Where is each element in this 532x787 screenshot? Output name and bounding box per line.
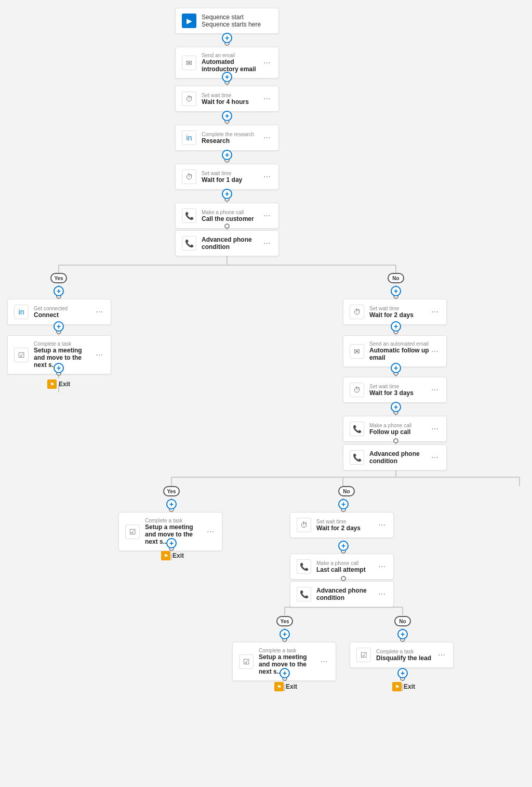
yes-badge-3: Yes: [276, 616, 293, 626]
auto-follow-email-text: Send an automated email Automatic follow…: [369, 341, 430, 361]
add-after-wait-2d-2[interactable]: +: [338, 541, 349, 551]
flow-canvas: ▶ Sequence start Sequence starts here + …: [0, 0, 532, 787]
wait-2d-1-more[interactable]: ⋯: [430, 307, 440, 317]
exit-1-icon: ⚑: [47, 379, 57, 389]
wait-3d-node: ⏱ Set wait time Wait for 3 days ⋯: [343, 377, 447, 403]
add-after-setup-1[interactable]: +: [54, 363, 64, 373]
wait-1d-label: Set wait time: [202, 170, 262, 176]
add-yes-branch-3[interactable]: +: [280, 629, 290, 639]
phone-condition-2-more[interactable]: ⋯: [430, 452, 440, 463]
setup-meeting-2-label: Complete a task: [145, 518, 205, 523]
phone-condition-2-icon: 📞: [350, 450, 364, 465]
last-call-label: Make a phone call: [316, 560, 377, 566]
exit-2-icon: ⚑: [161, 551, 170, 560]
wait-2d-2-more[interactable]: ⋯: [377, 520, 387, 530]
exit-1-node: ⚑ Exit: [47, 379, 70, 389]
last-call-icon: 📞: [297, 559, 311, 574]
phone-condition-1-more[interactable]: ⋯: [262, 238, 272, 248]
auto-follow-email-icon: ✉: [350, 344, 364, 359]
wait-4h-node: ⏱ Set wait time Wait for 4 hours ⋯: [175, 86, 279, 112]
add-after-research[interactable]: +: [222, 150, 232, 160]
add-no-branch-1[interactable]: +: [391, 286, 401, 296]
phone-condition-2-node: 📞 Advanced phone condition ⋯: [343, 444, 447, 470]
exit-4-label: Exit: [404, 683, 415, 690]
research-icon: in: [182, 130, 196, 145]
sequence-start-text: Sequence start Sequence starts here: [202, 14, 261, 28]
phone-condition-2-title: Advanced phone condition: [369, 450, 430, 465]
wait-3d-more[interactable]: ⋯: [430, 385, 440, 395]
add-after-connect[interactable]: +: [54, 321, 64, 332]
call-customer-label: Make a phone call: [202, 209, 262, 215]
exit-2-node: ⚑ Exit: [161, 551, 184, 560]
exit-4-node: ⚑ Exit: [392, 682, 415, 691]
add-after-start[interactable]: +: [222, 33, 232, 43]
wait-3d-title: Wait for 3 days: [369, 389, 430, 397]
add-after-wait-2d-1[interactable]: +: [391, 321, 401, 332]
wait-1d-text: Set wait time Wait for 1 day: [202, 170, 262, 183]
send-email-more[interactable]: ⋯: [262, 58, 272, 68]
wait-4h-icon: ⏱: [182, 91, 196, 106]
add-after-disqualify[interactable]: +: [397, 668, 408, 678]
wait-1d-more[interactable]: ⋯: [262, 172, 272, 182]
connect-more[interactable]: ⋯: [94, 307, 104, 317]
wait-3d-label: Set wait time: [369, 384, 430, 389]
wait-2d-2-icon: ⏱: [297, 518, 311, 532]
add-after-wait-4h[interactable]: +: [222, 111, 232, 121]
wait-2d-2-label: Set wait time: [316, 519, 377, 524]
setup-meeting-2-more[interactable]: ⋯: [205, 527, 216, 537]
exit-3-node: ⚑ Exit: [274, 682, 297, 691]
add-no-branch-3[interactable]: +: [397, 629, 408, 639]
phone-condition-3-text: Advanced phone condition: [316, 587, 377, 601]
setup-meeting-1-icon: ☑: [14, 348, 29, 362]
disqualify-title: Disqualify the lead: [376, 654, 436, 662]
add-after-auto-follow[interactable]: +: [391, 363, 401, 373]
email-icon: ✉: [182, 56, 196, 70]
connector-dot-follow-call: [393, 438, 398, 443]
research-text: Complete the research Research: [202, 132, 262, 145]
last-call-more[interactable]: ⋯: [377, 561, 387, 572]
last-call-title: Last call attempt: [316, 566, 377, 573]
disqualify-more[interactable]: ⋯: [436, 650, 447, 660]
setup-meeting-3-label: Complete a task: [259, 648, 319, 653]
call-customer-title: Call the customer: [202, 215, 262, 222]
wait-2d-1-title: Wait for 2 days: [369, 311, 430, 319]
call-customer-more[interactable]: ⋯: [262, 211, 272, 221]
phone-condition-3-icon: 📞: [297, 587, 311, 601]
auto-follow-email-node: ✉ Send an automated email Automatic foll…: [343, 335, 447, 367]
add-after-setup-2[interactable]: +: [166, 538, 177, 548]
research-more[interactable]: ⋯: [262, 133, 272, 143]
send-email-title: Automated introductory email: [202, 58, 262, 73]
follow-up-call-text: Make a phone call Follow up call: [369, 423, 430, 436]
add-after-send-email[interactable]: +: [222, 72, 232, 82]
no-badge-1: No: [388, 273, 404, 283]
wait-4h-more[interactable]: ⋯: [262, 94, 272, 104]
yes-badge-1: Yes: [50, 273, 67, 283]
phone-condition-1-node: 📞 Advanced phone condition ⋯: [175, 230, 279, 256]
disqualify-label: Complete a task: [376, 649, 436, 654]
wait-2d-1-icon: ⏱: [350, 305, 364, 319]
wait-2d-2-text: Set wait time Wait for 2 days: [316, 519, 377, 532]
auto-follow-email-more[interactable]: ⋯: [430, 346, 440, 357]
research-label: Complete the research: [202, 132, 262, 137]
follow-up-call-more[interactable]: ⋯: [430, 424, 440, 434]
wait-4h-label: Set wait time: [202, 93, 262, 98]
exit-2-label: Exit: [172, 552, 184, 559]
wait-4h-title: Wait for 4 hours: [202, 98, 262, 106]
disqualify-text: Complete a task Disqualify the lead: [376, 649, 436, 662]
add-after-setup-3[interactable]: +: [280, 668, 290, 678]
add-after-wait-3d[interactable]: +: [391, 402, 401, 412]
setup-meeting-3-more[interactable]: ⋯: [319, 657, 329, 667]
wait-1d-node: ⏱ Set wait time Wait for 1 day ⋯: [175, 164, 279, 190]
add-yes-branch-1[interactable]: +: [54, 286, 64, 296]
no-badge-2: No: [338, 486, 355, 496]
connector-dot-last-call: [341, 576, 346, 581]
research-node: in Complete the research Research ⋯: [175, 125, 279, 151]
setup-meeting-1-more[interactable]: ⋯: [94, 350, 104, 360]
setup-meeting-1-label: Complete a task: [34, 341, 94, 347]
add-yes-branch-2[interactable]: +: [166, 499, 177, 509]
yes-badge-2: Yes: [163, 486, 180, 496]
phone-condition-3-more[interactable]: ⋯: [377, 589, 387, 599]
add-no-branch-2[interactable]: +: [338, 499, 349, 509]
connector-dot-6: [224, 224, 230, 229]
add-after-wait-1d[interactable]: +: [222, 189, 232, 199]
